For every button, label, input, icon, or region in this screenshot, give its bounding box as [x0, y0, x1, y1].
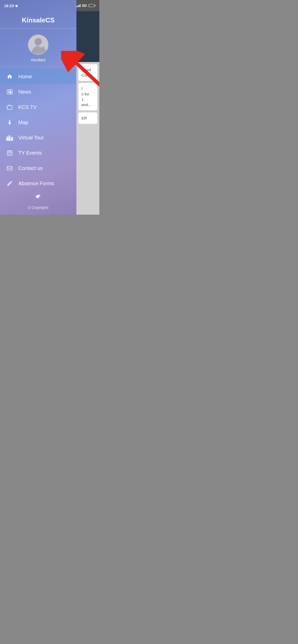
envelope-icon [6, 165, 13, 172]
svg-rect-31 [10, 138, 10, 139]
svg-point-15 [7, 106, 8, 107]
card-1-text: ignedCom... [82, 68, 93, 77]
content-card-3: ER [78, 112, 97, 124]
location-arrow-icon: ◀ [15, 4, 17, 8]
ty-events-label: TY Events [18, 150, 42, 156]
svg-point-46 [11, 154, 11, 155]
svg-rect-30 [9, 138, 9, 139]
main-content: ignedCom... ln for1 and... ER [76, 0, 99, 215]
sidebar-item-absence-forms[interactable]: Absence Forms [0, 176, 76, 186]
content-hero-image [76, 11, 99, 62]
svg-point-43 [11, 153, 11, 153]
sidebar-item-ty-events[interactable]: TY Events [0, 145, 76, 160]
virtual-tour-label: Virtual Tour [18, 135, 44, 141]
status-bar: 18:23 ◀ 5G [0, 0, 99, 11]
svg-rect-35 [11, 139, 12, 139]
content-card-1: ignedCom... [78, 64, 97, 81]
buildings-icon [6, 134, 13, 141]
svg-rect-21 [7, 137, 7, 138]
sidebar-item-contact-us[interactable]: Contact us [0, 160, 76, 176]
svg-point-42 [9, 153, 10, 153]
svg-rect-22 [7, 137, 8, 138]
svg-rect-29 [10, 137, 10, 138]
content-card-2: ln for1 and... [78, 83, 97, 110]
absence-forms-label: Absence Forms [18, 181, 54, 186]
news-icon [6, 88, 13, 95]
sidebar-item-kcs-tv[interactable]: KCS TV [0, 99, 76, 115]
status-right: 5G [76, 4, 95, 8]
sidebar-header: KinsaleCS [0, 11, 76, 28]
calendar-icon [6, 149, 13, 156]
svg-rect-34 [12, 138, 12, 138]
svg-rect-4 [7, 90, 12, 94]
svg-point-1 [35, 38, 42, 45]
card-3-text: ER [82, 116, 87, 120]
svg-point-18 [9, 120, 10, 121]
content-cards: ignedCom... ln for1 and... ER [76, 62, 99, 215]
svg-rect-9 [10, 92, 11, 93]
sidebar-item-map[interactable]: Map [0, 115, 76, 130]
status-time: 18:23 ◀ [4, 4, 17, 8]
sidebar-profile[interactable]: mcolaci [0, 28, 76, 67]
svg-point-19 [8, 125, 11, 125]
avatar[interactable] [28, 35, 48, 55]
svg-rect-33 [11, 138, 12, 138]
contact-us-label: Contact us [18, 165, 43, 171]
svg-rect-10 [7, 106, 12, 109]
svg-point-44 [8, 154, 9, 155]
svg-rect-27 [10, 136, 10, 137]
map-icon [6, 119, 13, 126]
map-label: Map [18, 120, 28, 125]
settings-button[interactable] [33, 191, 44, 203]
copyright-label: © Copyrights [28, 206, 48, 210]
svg-point-41 [8, 153, 9, 153]
nav-menu: Home News [0, 67, 76, 186]
username-label: mcolaci [31, 57, 46, 63]
sidebar-item-virtual-tour[interactable]: Virtual Tour [0, 130, 76, 145]
card-2-text: ln for1 and... [82, 86, 91, 107]
sidebar-item-news[interactable]: News [0, 84, 76, 99]
home-icon [6, 73, 13, 80]
svg-rect-26 [9, 136, 9, 137]
sidebar-drawer: KinsaleCS mcolaci [0, 0, 76, 215]
signal-bars-icon [76, 4, 80, 7]
svg-rect-36 [12, 139, 12, 139]
kcs-tv-label: KCS TV [18, 104, 37, 110]
tv-icon [6, 104, 13, 111]
battery-icon [88, 4, 95, 7]
network-label: 5G [82, 4, 87, 8]
home-label: Home [18, 74, 32, 80]
time-display: 18:23 [4, 4, 14, 8]
svg-point-16 [7, 107, 8, 108]
svg-point-17 [7, 108, 8, 109]
news-label: News [18, 89, 31, 95]
sidebar-footer: © Copyrights [0, 186, 76, 215]
svg-point-45 [9, 154, 10, 155]
svg-rect-47 [7, 166, 12, 170]
app-title: KinsaleCS [22, 16, 55, 24]
sidebar-item-home[interactable]: Home [0, 69, 76, 84]
svg-rect-24 [7, 138, 8, 139]
pencil-icon [6, 180, 13, 186]
svg-rect-28 [9, 137, 9, 138]
svg-rect-23 [7, 138, 7, 139]
